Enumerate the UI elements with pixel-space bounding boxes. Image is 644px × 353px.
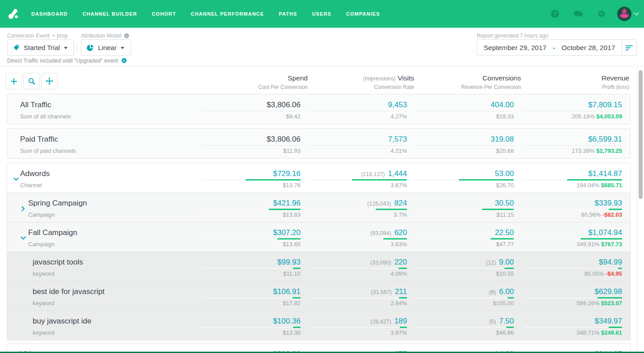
cell-main-value[interactable]: $629.98 [595,287,622,296]
row-subtitle: keyword [33,300,54,307]
table-rows: All TrafficSum of all channels$3,806.06$… [7,94,631,353]
table-row-buy-javascript-ide[interactable]: buy javascript idekeyword$100.36$13.38(2… [7,311,630,340]
profit-amount: $685.71 [601,182,622,189]
row-subtitle: Campaign [28,211,55,218]
value-bar [609,327,622,328]
nav-items: DASHBOARDCHANNEL BUILDERCOHORTCHANNEL PE… [31,11,395,17]
value-rule [524,209,622,210]
table-row-best-ide-for-javascript[interactable]: best ide for javascriptkeyword$106.91$17… [7,281,630,311]
chevron-down-icon[interactable] [13,176,19,182]
cell-main-value[interactable]: $349.97 [595,317,622,325]
chat-icon[interactable] [573,9,584,18]
note-gear-icon[interactable] [121,57,127,64]
date-range-picker[interactable]: September 29, 2017 - October 28, 2017 [477,39,637,56]
profit-percent: 205.18% [572,113,594,120]
date-filter-button[interactable] [622,40,636,55]
row-title: All Traffic [20,101,51,109]
search-button[interactable] [23,73,40,89]
profit-percent: 349.91% [576,241,599,248]
nav-item-paths[interactable]: PATHS [279,11,297,17]
chevron-right-icon[interactable] [20,206,26,212]
app-logo-icon[interactable] [7,8,20,20]
top-nav: DASHBOARDCHANNEL BUILDERCOHORTCHANNEL PE… [0,0,644,28]
date-range-text: September 29, 2017 - October 28, 2017 [477,44,622,52]
profit-amount: $4,003.09 [596,113,622,120]
cell-revenue: $1,074.94349.91% $767.73 [488,222,622,248]
profit-amount: $2,793.25 [596,147,622,154]
nav-item-cohort[interactable]: COHORT [152,11,176,17]
settings-gear-icon[interactable] [597,9,606,18]
profit-percent: 80.56% [581,211,601,218]
date-separator: - [553,44,555,51]
attribution-model-dropdown[interactable]: Linear [81,39,131,56]
table-row-fall-campaign[interactable]: Fall CampaignCampaign$307.20$13.65(93,08… [7,222,630,252]
nav-item-users[interactable]: USERS [312,11,331,17]
profit-percent: 348.71% [576,329,599,336]
cell-revenue: $349.97348.71% $249.61 [488,311,622,336]
svg-text:i: i [126,34,127,38]
cell-revenue: $1,414.87194.04% $685.71 [488,163,622,189]
info-icon[interactable]: i [124,33,129,38]
cell-main-value[interactable]: $94.99 [599,258,622,266]
chevron-down-icon[interactable] [20,235,26,241]
cell-revenue: $7,809.15205.18% $4,003.09 [488,94,622,120]
nav-item-companies[interactable]: COMPANIES [346,11,380,17]
cell-main-value[interactable]: $339.93 [595,199,622,207]
svg-text:?: ? [553,11,557,17]
value-bar [567,179,622,181]
column-main-label: Revenue [602,74,629,82]
cell-main-value[interactable]: $1,414.87 [588,169,622,178]
scroll-divider [637,67,637,353]
table-row-adwords[interactable]: AdwordsChannel$729.16$13.76(218,127)1,44… [7,163,630,193]
nav-item-dashboard[interactable]: DASHBOARD [31,11,68,17]
table-row-all-traffic[interactable]: All TrafficSum of all channels$3,806.06$… [7,94,630,124]
profit-amount: $767.73 [601,241,622,248]
move-button[interactable] [41,73,58,89]
help-icon[interactable]: ? [551,9,559,18]
cell-main-value[interactable]: $6,599.31 [588,135,622,143]
scrollbar-thumb[interactable] [639,70,643,199]
column-sub-label: Revenue Per Conversion [396,84,521,90]
add-prop-link[interactable]: + prop [52,33,68,39]
filter-lines-icon [626,45,633,50]
cell-main-value[interactable]: $7,809.15 [588,101,622,109]
table-row-paid-traffic[interactable]: Paid TrafficSum of paid channels$3,806.0… [7,129,630,158]
table-row-spring-campaign[interactable]: Spring CampaignCampaign$421.96$13.83(125… [7,193,630,222]
filter-bar: Conversion Event + prop Attribution Mode… [0,28,644,66]
value-rule [524,145,622,146]
nav-item-channel-builder[interactable]: CHANNEL BUILDER [82,11,137,17]
profit-amount: $249.61 [601,329,622,336]
value-bar [580,238,622,240]
date-start: September 29, 2017 [483,44,546,51]
row-title: Fall Campaign [28,228,77,237]
value-rule [524,268,622,269]
nav-item-channel-performance[interactable]: CHANNEL PERFORMANCE [191,11,264,17]
pie-chart-icon [87,44,94,51]
user-avatar[interactable] [617,7,631,21]
profit-percent: 589.26% [576,300,599,307]
conversion-event-label: Conversion Event + prop [7,33,68,39]
row-title: Adwords [20,169,50,178]
column-header-conversions[interactable]: ConversionsRevenue Per Conversion [396,74,521,90]
value-rule [524,327,622,328]
table-row-javascript-tools[interactable]: javascript toolskeyword$99.93$11.10(33,0… [7,252,630,281]
account-caret-icon[interactable] [634,12,639,16]
column-sub-label: Profit (loss) [504,84,629,90]
column-header-visits[interactable]: (Impressions)VisitsConversion Rate [289,74,414,90]
direct-traffic-note: Direct Traffic included until "Upgraded"… [7,57,127,64]
column-header-revenue[interactable]: RevenueProfit (loss) [504,74,629,90]
row-subtitle: Sum of all channels [20,113,71,120]
value-bar [597,297,622,298]
cell-main-value[interactable]: $1,074.94 [588,228,622,237]
cell-revenue: $629.98589.26% $523.07 [488,281,622,307]
profit-amount: -$4.95 [606,270,622,277]
performance-table: SpendCost Per Conversion(Impressions)Vis… [0,67,644,353]
row-subtitle: keyword [33,329,54,336]
conversion-event-dropdown[interactable]: Started Trial [7,39,74,56]
row-title: Spring Campaign [28,199,87,208]
column-pre-label: (Impressions) [363,76,396,82]
add-button[interactable] [5,73,22,89]
nav-right-icons: ? [537,7,639,21]
value-bar [618,268,622,269]
profit-amount: -$82.03 [602,211,622,218]
